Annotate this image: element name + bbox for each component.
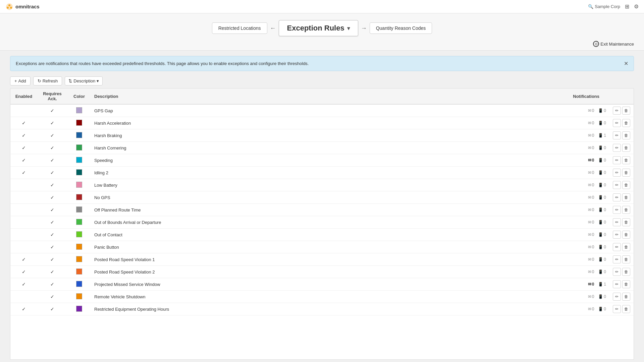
edit-button[interactable]: ✏ [613,193,621,201]
edit-button[interactable]: ✏ [613,181,621,189]
user-menu[interactable]: 🔍 Sample Corp [588,4,620,9]
cell-enabled: ✓ [10,303,37,315]
delete-button[interactable]: 🗑 [622,156,630,164]
phone-count: 0 [604,121,606,125]
delete-button[interactable]: 🗑 [622,119,630,127]
sort-button[interactable]: ⇅ Description ▾ [65,76,103,85]
cell-notifications: ✉ 0 📱 0 [549,253,609,266]
cell-color [67,129,91,142]
requires-ack-check: ✓ [50,158,54,163]
notif-phone: 📱 0 [598,232,606,237]
enabled-check: ✓ [22,282,26,287]
cell-notifications: ✉ 0 📱 0 [549,266,609,278]
email-icon: ✉ [588,158,591,163]
table-row: ✓✓Posted Road Speed Violation 1 ✉ 0 📱 0 … [10,253,634,266]
email-icon: ✉ [588,121,591,125]
cell-requires-ack: ✓ [37,142,67,154]
color-swatch [76,281,82,287]
header: omnitracs 🔍 Sample Corp ⊞ ⚙ [0,0,644,13]
col-header-description: Description [91,88,549,104]
edit-button[interactable]: ✏ [613,169,621,177]
delete-button[interactable]: 🗑 [622,280,630,288]
notif-phone: 📱 0 [598,257,606,262]
email-icon: ✉ [588,245,591,249]
edit-button[interactable]: ✏ [613,107,621,115]
delete-button[interactable]: 🗑 [622,181,630,189]
cell-enabled [10,291,37,303]
email-icon: ✉ [588,183,591,187]
cell-color [67,167,91,179]
phone-icon: 📱 [598,257,603,262]
delete-button[interactable]: 🗑 [622,107,630,115]
delete-button[interactable]: 🗑 [622,169,630,177]
notif-phone: 📱 0 [598,158,606,163]
cell-requires-ack: ✓ [37,129,67,142]
cell-enabled [10,216,37,229]
nav-title[interactable]: Exception Rules ▾ [279,20,358,36]
col-header-color: Color [67,88,91,104]
color-swatch [76,268,82,275]
phone-count: 0 [604,294,606,299]
email-icon: ✉ [588,133,591,138]
delete-button[interactable]: 🗑 [622,218,630,226]
delete-button[interactable]: 🗑 [622,144,630,152]
edit-button[interactable]: ✏ [613,144,621,152]
notif-email: ✉ 0 [588,158,594,163]
delete-button[interactable]: 🗑 [622,193,630,201]
prev-nav-button[interactable]: Restricted Locations [212,22,267,34]
edit-button[interactable]: ✏ [613,156,621,164]
edit-button[interactable]: ✏ [613,305,621,313]
delete-button[interactable]: 🗑 [622,206,630,214]
email-icon: ✉ [588,207,591,212]
gear-icon-button[interactable]: ⚙ [634,3,639,10]
edit-button[interactable]: ✏ [613,131,621,139]
edit-button[interactable]: ✏ [613,206,621,214]
grid-icon-button[interactable]: ⊞ [625,3,629,10]
requires-ack-check: ✓ [50,306,54,312]
cell-description: Out of Contact [91,229,549,241]
info-banner-close-button[interactable]: ✕ [624,60,628,67]
edit-button[interactable]: ✏ [613,119,621,127]
cell-requires-ack: ✓ [37,229,67,241]
info-banner: Exceptions are notifications that routes… [10,56,634,71]
notif-phone: 📱 0 [598,108,606,113]
cell-description: Remote Vehicle Shutdown [91,291,549,303]
edit-button[interactable]: ✏ [613,280,621,288]
notif-email: ✉ 0 [588,170,594,175]
notif-email: ✉ 0 [588,195,594,200]
delete-button[interactable]: 🗑 [622,231,630,239]
edit-button[interactable]: ✏ [613,218,621,226]
notif-email: ✉ 0 [588,269,594,274]
cell-enabled [10,229,37,241]
col-header-actions [609,88,634,104]
edit-button[interactable]: ✏ [613,243,621,251]
edit-button[interactable]: ✏ [613,293,621,301]
add-button[interactable]: + Add [10,76,31,85]
cell-color [67,278,91,291]
email-count: 0 [592,158,594,163]
cell-description: Projected Missed Service Window [91,278,549,291]
delete-button[interactable]: 🗑 [622,131,630,139]
delete-button[interactable]: 🗑 [622,268,630,276]
cell-actions: ✏ 🗑 [609,167,634,179]
delete-button[interactable]: 🗑 [622,305,630,313]
refresh-button[interactable]: ↻ Refresh [33,76,62,85]
edit-button[interactable]: ✏ [613,231,621,239]
left-arrow-button[interactable]: ← [270,25,276,32]
delete-button[interactable]: 🗑 [622,243,630,251]
col-header-requires-ack: RequiresAck. [37,88,67,104]
cell-color [67,229,91,241]
edit-button[interactable]: ✏ [613,268,621,276]
delete-button[interactable]: 🗑 [622,293,630,301]
edit-button[interactable]: ✏ [613,255,621,263]
notif-email: ✉ 0 [588,245,594,249]
cell-color [67,154,91,167]
requires-ack-check: ✓ [50,108,54,113]
email-count: 0 [592,195,594,200]
cell-notifications: ✉ 0 📱 0 [549,104,609,117]
delete-button[interactable]: 🗑 [622,255,630,263]
exit-maintenance-button[interactable]: ⊙ Exit Maintenance [593,41,634,47]
right-arrow-button[interactable]: → [361,25,367,32]
phone-icon: 📱 [598,269,603,274]
next-nav-button[interactable]: Quantity Reason Codes [370,22,432,34]
